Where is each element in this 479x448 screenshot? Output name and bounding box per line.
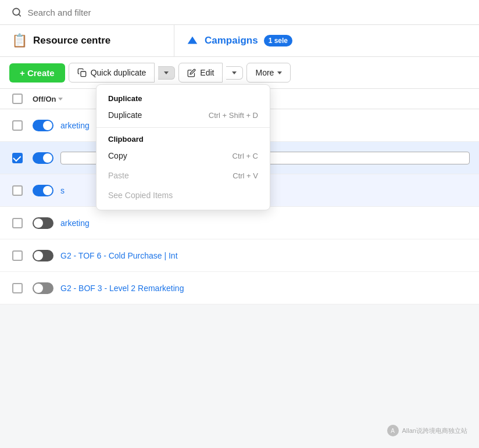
copy-menu-item[interactable]: Copy Ctrl + C — [96, 146, 270, 166]
resource-centre-icon: 📋 — [12, 33, 27, 48]
quick-duplicate-button[interactable]: Quick duplicate — [69, 63, 155, 83]
edit-dropdown-button[interactable] — [226, 66, 243, 80]
row-checkbox[interactable] — [12, 218, 23, 228]
resource-centre-title: Resource centre — [33, 35, 110, 46]
row-checkbox-col — [9, 153, 26, 163]
row-checkbox-col — [9, 250, 26, 261]
search-icon — [12, 7, 22, 17]
watermark: A Allan说跨境电商独立站 — [387, 425, 467, 436]
header-checkbox[interactable] — [9, 94, 26, 104]
watermark-icon: A — [387, 425, 399, 436]
table-row: arketing — [0, 207, 479, 239]
duplicate-section-title: Duplicate — [96, 89, 270, 105]
row-checkbox[interactable] — [12, 283, 23, 293]
row-toggle[interactable] — [33, 250, 53, 261]
svg-rect-2 — [81, 71, 86, 77]
table-row: G2 - TOF 6 - Cold Purchase | Int — [0, 239, 479, 272]
selected-badge: 1 sele — [264, 35, 292, 46]
table-row: G2 - BOF 3 - Level 2 Remarketing — [0, 272, 479, 304]
offon-sort-icon — [58, 98, 63, 101]
chevron-down-icon — [164, 71, 169, 74]
row-checkbox[interactable] — [12, 120, 23, 131]
create-button[interactable]: + Create — [9, 63, 65, 83]
see-copied-items-menu-item[interactable]: See Copied Items — [96, 185, 270, 205]
campaigns-tab[interactable]: Campaigns 1 sele — [174, 25, 479, 56]
quick-duplicate-dropdown-button[interactable] — [158, 66, 175, 80]
row-checkbox-col — [9, 283, 26, 293]
clipboard-section-title: Clipboard — [96, 130, 270, 146]
edit-button[interactable]: Edit — [178, 63, 223, 83]
row-name[interactable]: G2 - BOF 3 - Level 2 Remarketing — [60, 284, 470, 293]
chevron-down-icon — [277, 71, 282, 74]
row-toggle[interactable] — [33, 152, 53, 164]
duplicate-icon — [77, 68, 87, 77]
menu-divider — [96, 127, 270, 128]
row-checkbox-col — [9, 185, 26, 196]
row-checkbox-col — [9, 120, 26, 131]
paste-menu-item[interactable]: Paste Ctrl + V — [96, 166, 270, 185]
row-checkbox-col — [9, 218, 26, 228]
row-toggle[interactable] — [33, 120, 53, 131]
row-checkbox[interactable] — [12, 250, 23, 261]
header-row: 📋 Resource centre Campaigns 1 sele — [0, 25, 479, 57]
row-name[interactable]: G2 - TOF 6 - Cold Purchase | Int — [60, 251, 470, 260]
row-checkbox[interactable] — [12, 153, 23, 163]
resource-centre-tab[interactable]: 📋 Resource centre — [0, 25, 174, 56]
select-all-checkbox[interactable] — [12, 94, 23, 104]
row-checkbox[interactable] — [12, 185, 23, 196]
row-toggle[interactable] — [33, 217, 53, 229]
row-name[interactable]: arketing — [60, 218, 470, 228]
more-button[interactable]: More — [246, 63, 291, 83]
chevron-down-icon — [232, 71, 237, 74]
row-toggle[interactable] — [33, 282, 53, 294]
search-bar — [0, 0, 479, 25]
search-input[interactable] — [27, 8, 467, 17]
campaigns-title: Campaigns — [205, 35, 258, 46]
duplicate-menu-item[interactable]: Duplicate Ctrl + Shift + D — [96, 105, 270, 125]
row-toggle[interactable] — [33, 185, 53, 196]
svg-line-1 — [19, 14, 20, 16]
campaigns-icon — [186, 34, 199, 47]
watermark-text: Allan说跨境电商独立站 — [402, 427, 467, 435]
dropdown-menu: Duplicate Duplicate Ctrl + Shift + D Cli… — [96, 84, 270, 210]
edit-icon — [187, 69, 196, 77]
